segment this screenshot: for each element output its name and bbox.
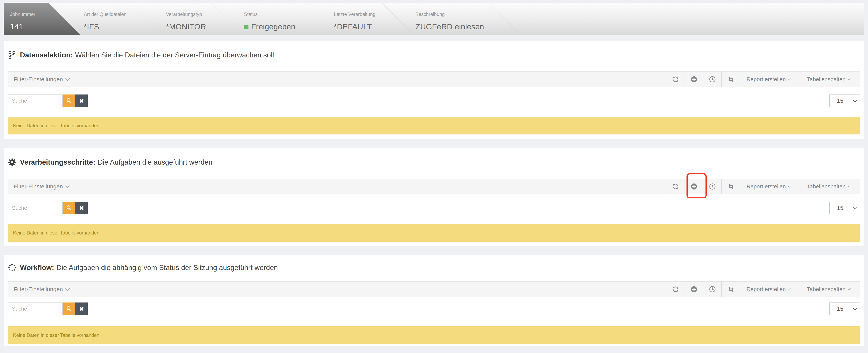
clock-icon [709, 286, 716, 293]
tab-value: Freigegeben [244, 22, 295, 31]
toolbar-actions: Report erstellen Tabellenspalten [666, 71, 860, 87]
search-button[interactable] [63, 302, 75, 315]
toolbar-actions: Report erstellen Tabellenspalten [666, 282, 860, 297]
chevron-down-icon [848, 184, 851, 188]
tab-value: 141 [10, 22, 23, 31]
plus-circle-icon [690, 76, 698, 83]
report-dropdown[interactable]: Report erstellen [740, 282, 797, 297]
table-toolbar: Filter-Einstellungen [8, 71, 860, 87]
add-button[interactable] [685, 71, 703, 87]
refresh-icon [672, 76, 679, 83]
panel-title-text: Workflow: [20, 264, 54, 272]
panel-title: Datenselektion: Wählen Sie die Dateien d… [8, 51, 274, 60]
panel-subtitle-text: Wählen Sie die Dateien die der Server-Ei… [75, 51, 274, 59]
panel-title: Verarbeitungsschritte: Die Aufgaben die … [8, 158, 212, 167]
tab-value: *DEFAULT [334, 22, 372, 31]
chevron-down-icon [788, 287, 791, 290]
report-dropdown-label: Report erstellen [747, 286, 786, 293]
report-dropdown[interactable]: Report erstellen [740, 179, 797, 194]
panel-subtitle-text: Die Aufgaben die ausgeführt werden [98, 158, 213, 166]
reload-interval-button[interactable] [721, 71, 740, 87]
search-input[interactable] [8, 302, 63, 315]
tab-label: Status [244, 11, 258, 17]
history-button[interactable] [703, 71, 721, 87]
close-icon [79, 306, 85, 312]
page-size-select[interactable]: 15 [829, 94, 860, 107]
chevron-down-icon [788, 184, 791, 188]
refresh-button[interactable] [666, 282, 685, 297]
filter-settings-label: Filter-Einstellungen [13, 286, 63, 293]
panel-subtitle-text: Die Aufgaben die abhängig vom Status der… [56, 264, 278, 272]
search-button[interactable] [63, 202, 75, 214]
reload-interval-button[interactable] [721, 179, 740, 194]
search-icon [66, 205, 72, 211]
chevron-down-icon [788, 77, 791, 81]
add-button[interactable] [685, 179, 703, 194]
reload-interval-button[interactable] [721, 282, 740, 297]
chevron-down-icon [848, 77, 851, 81]
clear-search-button[interactable] [75, 202, 88, 214]
table-columns-label: Tabellenspalten [807, 286, 846, 293]
clear-search-button[interactable] [75, 302, 88, 315]
table-toolbar: Filter-Einstellungen [8, 179, 860, 194]
search-input[interactable] [8, 94, 63, 107]
search-icon [66, 97, 72, 104]
history-button[interactable] [703, 282, 721, 297]
page-size-value: 15 [837, 97, 843, 104]
history-button[interactable] [703, 179, 721, 194]
spinner-icon [8, 263, 17, 272]
chevron-down-icon [853, 206, 857, 209]
refresh-icon [672, 183, 679, 190]
panel-title: Workflow: Die Aufgaben die abhängig vom … [8, 263, 278, 272]
tab-label: Letzte Verarbeitung [334, 11, 375, 17]
filter-settings-dropdown[interactable]: Filter-Einstellungen [13, 71, 69, 87]
empty-table-message: Keine Daten in dieser Tabelle vorhanden! [8, 326, 860, 344]
tab-label: Jobnummer [10, 11, 35, 17]
filter-settings-label: Filter-Einstellungen [13, 183, 63, 190]
clear-search-button[interactable] [75, 94, 88, 107]
search-icon [66, 305, 72, 312]
chevron-down-icon [848, 287, 851, 290]
panel-title-text: Datenselektion: [20, 51, 73, 59]
page-size-select[interactable]: 15 [829, 302, 860, 315]
search-row [8, 302, 88, 315]
panel-workflow: Workflow: Die Aufgaben die abhängig vom … [4, 255, 864, 346]
page-size-value: 15 [837, 205, 843, 211]
table-columns-label: Tabellenspalten [807, 76, 846, 83]
toolbar-actions: Report erstellen Tabellenspalten [666, 179, 860, 194]
refresh-button[interactable] [666, 71, 685, 87]
tab-label: Beschreibung [415, 11, 445, 17]
filter-settings-dropdown[interactable]: Filter-Einstellungen [13, 282, 69, 297]
tab-value: *IFS [84, 22, 99, 31]
refresh-icon [672, 286, 679, 293]
panel-title-text: Verarbeitungsschritte: [20, 158, 95, 166]
report-dropdown-label: Report erstellen [747, 76, 786, 83]
tab-value: *MONITOR [166, 22, 206, 31]
search-row [8, 202, 88, 214]
status-badge: Freigegeben [251, 22, 295, 31]
repeat-icon [727, 286, 735, 293]
report-dropdown-label: Report erstellen [747, 183, 786, 190]
chevron-down-icon [65, 286, 70, 291]
close-icon [79, 98, 85, 104]
search-button[interactable] [63, 94, 75, 107]
chevron-down-icon [853, 306, 857, 311]
report-dropdown[interactable]: Report erstellen [740, 71, 797, 87]
table-toolbar: Filter-Einstellungen [8, 282, 860, 297]
table-columns-dropdown[interactable]: Tabellenspalten [797, 71, 860, 87]
filter-settings-dropdown[interactable]: Filter-Einstellungen [13, 179, 69, 194]
clock-icon [709, 183, 716, 190]
table-columns-dropdown[interactable]: Tabellenspalten [797, 179, 860, 194]
plus-circle-icon [690, 286, 698, 293]
filter-settings-label: Filter-Einstellungen [13, 76, 63, 83]
empty-table-message: Keine Daten in dieser Tabelle vorhanden! [8, 224, 860, 242]
add-button[interactable] [685, 282, 703, 297]
tab-label: Verarbeitungstyp [166, 11, 202, 17]
refresh-button[interactable] [666, 179, 685, 194]
plus-circle-icon [690, 183, 698, 190]
table-columns-dropdown[interactable]: Tabellenspalten [797, 282, 860, 297]
clock-icon [709, 76, 716, 83]
search-input[interactable] [8, 202, 63, 214]
status-green-indicator [244, 25, 248, 29]
page-size-select[interactable]: 15 [829, 202, 860, 214]
